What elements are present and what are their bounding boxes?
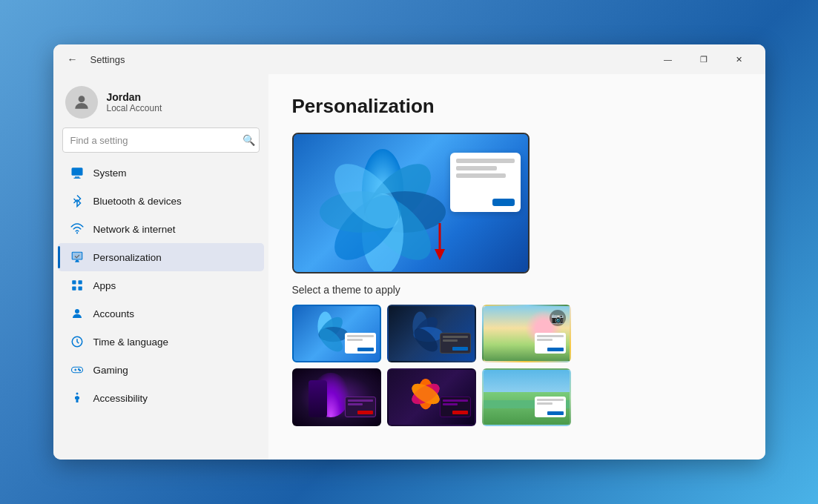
preview-dialog [450,153,521,212]
title-bar: ← Settings — ❐ ✕ [53,44,765,74]
dialog-line-1 [456,159,515,163]
arrow-down-indicator [431,223,449,260]
search-input[interactable] [62,127,260,153]
theme-2-inner [389,306,475,361]
svg-point-16 [78,369,79,371]
theme-6-dialog [535,397,566,417]
svg-rect-8 [78,280,82,284]
theme-3-inner: 📷 [484,306,570,361]
nav-item-time[interactable]: Time & language [58,328,264,356]
gaming-icon [70,362,85,377]
minimize-button[interactable]: — [651,47,685,71]
theme-3-dialog [535,333,566,354]
theme-5-inner [389,370,475,425]
dialog-line-2 [456,166,497,170]
network-icon [70,222,85,236]
theme-1-dialog [345,333,376,354]
accessibility-icon [70,391,85,405]
nav-item-personalization[interactable]: Personalization [58,243,264,271]
window-title: Settings [90,54,125,65]
svg-marker-28 [435,249,445,260]
theme-thumbnail-6[interactable] [482,368,571,426]
window-controls: — ❐ ✕ [651,47,756,71]
theme-thumbnail-4[interactable] [292,368,381,426]
nav-item-network[interactable]: Network & internet [58,215,264,243]
nav-label-gaming: Gaming [93,365,128,376]
nav-item-bluetooth[interactable]: Bluetooth & devices [58,187,264,215]
svg-rect-5 [72,252,82,259]
avatar [65,86,98,119]
personalization-icon [70,250,85,265]
svg-point-18 [76,393,78,395]
nav-label-bluetooth: Bluetooth & devices [93,196,182,207]
close-button[interactable]: ✕ [722,47,756,71]
theme-preview [292,133,530,273]
theme-3-camera-icon: 📷 [550,310,566,326]
svg-point-0 [78,96,85,102]
nav-label-time: Time & language [93,336,169,348]
user-account-type: Local Account [107,103,162,113]
nav-label-personalization: Personalization [93,252,162,263]
theme-4-dialog [345,397,376,417]
dialog-button-row [456,199,515,206]
svg-point-17 [79,370,81,371]
title-bar-left: ← Settings [62,49,651,70]
theme-5-dialog [440,397,471,417]
theme-4-inner [294,370,380,425]
nav-label-network: Network & internet [93,224,176,235]
settings-window: ← Settings — ❐ ✕ Jordan Local Ac [53,44,765,460]
page-title: Personalization [292,95,742,118]
theme-6-inner [484,370,570,425]
themes-grid: 📷 [292,305,742,426]
search-icon[interactable]: 🔍 [243,134,255,146]
theme-thumbnail-3[interactable]: 📷 [482,305,571,362]
nav-item-apps[interactable]: Apps [58,271,264,299]
theme-thumbnail-2[interactable] [387,305,476,362]
sidebar: Jordan Local Account 🔍 System [53,74,268,460]
select-theme-label: Select a theme to apply [292,284,742,296]
search-box: 🔍 [62,127,260,153]
dialog-button [492,199,515,206]
user-name: Jordan [107,91,162,103]
main-content: Personalization [268,74,765,460]
svg-rect-7 [72,280,76,284]
maximize-button[interactable]: ❐ [687,47,721,71]
nav-label-accounts: Accounts [93,308,135,319]
theme-2-dialog [440,333,471,354]
svg-point-4 [76,232,77,233]
nav-item-accessibility[interactable]: Accessibility [58,384,264,412]
dialog-line-3 [456,173,506,178]
svg-rect-10 [78,287,82,291]
time-icon [70,334,85,349]
apps-icon [70,278,85,293]
svg-point-11 [75,309,79,314]
theme-1-inner [294,306,380,361]
bluetooth-icon [70,193,85,208]
back-button[interactable]: ← [62,49,83,70]
nav-item-system[interactable]: System [58,159,264,187]
theme-preview-background [294,134,528,272]
svg-rect-13 [71,367,82,373]
content-area: Jordan Local Account 🔍 System [53,74,765,460]
nav-item-gaming[interactable]: Gaming [58,356,264,384]
svg-rect-2 [75,176,79,178]
nav-label-system: System [93,168,127,179]
system-icon [70,165,85,180]
svg-rect-3 [73,178,80,179]
theme-thumbnail-1[interactable] [292,305,381,362]
svg-rect-1 [71,168,82,176]
nav-label-accessibility: Accessibility [93,393,148,404]
user-section: Jordan Local Account [53,74,268,127]
user-info: Jordan Local Account [107,91,162,113]
svg-rect-9 [72,287,76,291]
nav-item-accounts[interactable]: Accounts [58,299,264,328]
theme-thumbnail-5[interactable] [387,368,476,426]
accounts-icon [70,306,85,321]
nav-label-apps: Apps [93,280,116,291]
